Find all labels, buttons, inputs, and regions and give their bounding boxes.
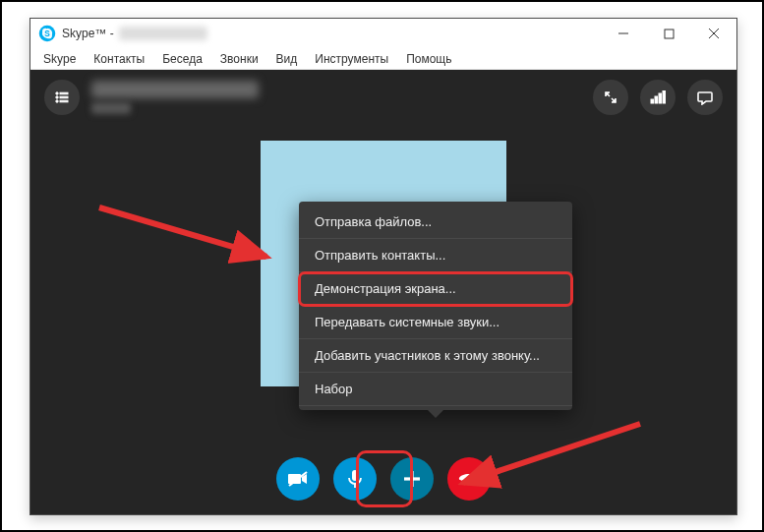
call-header <box>44 80 723 115</box>
contact-name <box>91 81 259 98</box>
popup-tail-icon <box>428 410 443 418</box>
toggle-mic-button[interactable] <box>333 457 377 501</box>
svg-point-6 <box>56 92 58 94</box>
svg-rect-13 <box>655 96 658 103</box>
add-actions-button[interactable] <box>390 457 434 501</box>
svg-rect-11 <box>60 100 68 102</box>
popup-send-contacts[interactable]: Отправить контакты... <box>299 239 572 272</box>
menu-skype[interactable]: Skype <box>34 50 85 68</box>
close-button[interactable] <box>691 19 736 48</box>
hangup-icon <box>458 472 480 486</box>
menubar: Skype Контакты Беседа Звонки Вид Инструм… <box>30 48 736 70</box>
svg-text:S: S <box>44 30 50 38</box>
svg-rect-15 <box>663 90 666 103</box>
svg-point-8 <box>56 96 58 98</box>
svg-line-21 <box>99 207 266 257</box>
skype-window: S Skype™ - Skype Контакты Беседа Звонки <box>29 18 737 515</box>
svg-rect-3 <box>665 30 674 38</box>
svg-rect-17 <box>352 470 358 481</box>
menu-help[interactable]: Помощь <box>397 50 460 68</box>
contact-info <box>91 81 259 114</box>
popup-system-sounds[interactable]: Передавать системные звуки... <box>299 306 572 339</box>
popup-send-files[interactable]: Отправка файлов... <box>299 206 572 239</box>
menu-tools[interactable]: Инструменты <box>306 50 397 68</box>
menu-calls[interactable]: Звонки <box>211 50 267 68</box>
window-title: Skype™ - <box>62 27 207 41</box>
svg-rect-7 <box>60 92 68 94</box>
fullscreen-button[interactable] <box>593 80 628 115</box>
titlebar: S Skype™ - <box>30 19 736 48</box>
svg-rect-20 <box>404 477 420 480</box>
add-actions-popup: Отправка файлов... Отправить контакты...… <box>299 202 572 410</box>
contact-status <box>91 102 131 114</box>
menu-conversation[interactable]: Беседа <box>153 50 211 68</box>
svg-rect-14 <box>659 93 662 103</box>
window-controls <box>601 19 736 48</box>
call-controls <box>276 457 491 501</box>
maximize-button[interactable] <box>646 19 691 48</box>
plus-icon <box>402 469 422 489</box>
call-quality-button[interactable] <box>640 80 676 115</box>
call-area: Отправка файлов... Отправить контакты...… <box>30 70 736 514</box>
svg-rect-12 <box>651 99 654 103</box>
skype-logo-icon: S <box>38 25 56 42</box>
conversation-list-button[interactable] <box>44 80 80 115</box>
menu-contacts[interactable]: Контакты <box>85 50 153 68</box>
end-call-button[interactable] <box>447 457 491 501</box>
menu-view[interactable]: Вид <box>267 50 307 68</box>
popup-dialpad[interactable]: Набор <box>299 373 572 406</box>
annotation-arrow-left <box>89 198 286 296</box>
camera-off-icon <box>287 470 309 488</box>
svg-point-10 <box>56 100 58 102</box>
toggle-video-button[interactable] <box>276 457 320 501</box>
popup-add-participants[interactable]: Добавить участников к этому звонку... <box>299 339 572 373</box>
popup-share-screen[interactable]: Демонстрация экрана... <box>299 272 572 306</box>
svg-rect-9 <box>60 96 68 98</box>
microphone-icon <box>348 469 362 489</box>
minimize-button[interactable] <box>601 19 646 48</box>
chat-button[interactable] <box>687 80 723 115</box>
